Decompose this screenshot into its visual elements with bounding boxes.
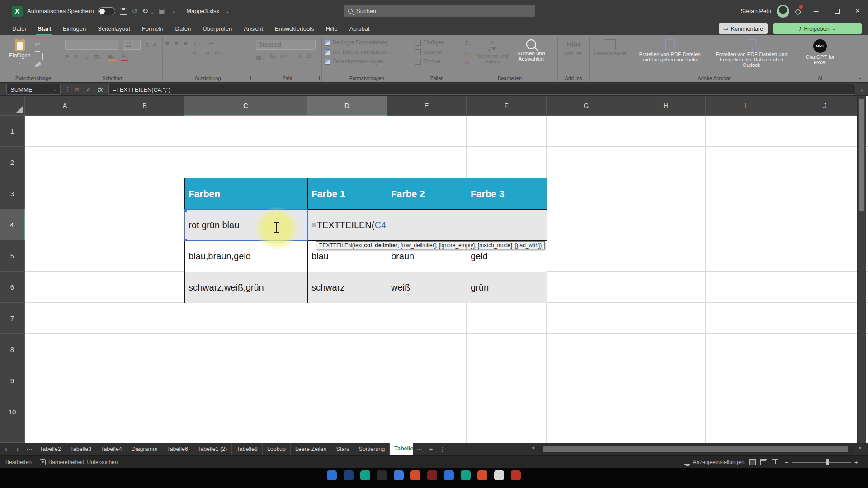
copy-icon[interactable] (35, 51, 40, 57)
orientation-icon[interactable]: ⤺⌄ (193, 40, 203, 47)
taskbar-app-icon-9[interactable] (461, 470, 471, 480)
zoom-in-icon[interactable]: + (854, 459, 858, 466)
sort-filter-button[interactable]: AZ Sortieren und Filtern (475, 38, 510, 74)
taskbar-app-icon-2[interactable] (344, 470, 354, 480)
share-button[interactable]: ⤴ Freigeben ⌄ (773, 23, 862, 34)
row-header-3[interactable]: 3 (0, 178, 25, 209)
table-cell-F4[interactable] (467, 209, 547, 241)
confirm-entry-icon[interactable]: ✓ (83, 84, 94, 95)
column-header-G[interactable]: G (547, 96, 626, 116)
merge-center-icon[interactable]: ⊞⌄ (215, 50, 223, 56)
column-header-A[interactable]: A (25, 96, 105, 116)
zoom-slider-knob[interactable] (826, 459, 829, 465)
taskbar-app-icon-8[interactable] (444, 470, 454, 480)
minimize-button[interactable]: ─ (806, 0, 826, 22)
close-button[interactable]: × (847, 0, 868, 22)
ribbon-tab-einfügen[interactable]: Einfügen (57, 22, 92, 35)
display-settings[interactable]: Anzeigeeinstellungen (693, 459, 745, 465)
ribbon-tab-hilfe[interactable]: Hilfe (320, 22, 344, 35)
pdf-share-outlook-button[interactable]: Erstellen von PDF-Dateien und Freigeben … (709, 38, 794, 74)
format-as-table-button[interactable]: Als Tabelle formatieren⌄ (325, 49, 409, 55)
taskbar-app-icon-7[interactable] (427, 470, 437, 480)
horizontal-scrollbar[interactable] (538, 445, 854, 454)
avatar[interactable] (777, 5, 789, 18)
comments-button[interactable]: ▭ Kommentare (719, 23, 768, 34)
bold-button[interactable]: F (65, 53, 69, 61)
table-cell-C4[interactable]: rot grün blau (184, 209, 308, 241)
cut-icon[interactable]: ✂ (35, 41, 41, 48)
paste-button[interactable]: Einfügen ⌄ (7, 38, 32, 74)
decrease-decimal-icon[interactable]: ,00→ (306, 54, 316, 59)
vertical-scrollbar-thumb[interactable] (859, 99, 864, 211)
ribbon-tab-datei[interactable]: Datei (6, 22, 32, 35)
number-launcher-icon[interactable] (316, 76, 320, 80)
sheet-tab-active[interactable]: Tabelle (390, 443, 413, 455)
ribbon-tab-daten[interactable]: Daten (170, 22, 197, 35)
grow-font-icon[interactable]: A (145, 41, 149, 49)
sheet-tab-tabelle6[interactable]: Tabelle6 (162, 443, 193, 455)
column-header-B[interactable]: B (105, 96, 184, 116)
worksheet-grid[interactable]: ABCDEFGHIJ12345678910FarbenFarbe 1Farbe … (0, 96, 868, 443)
taskbar-app-icon-6[interactable] (410, 470, 420, 480)
collapse-ribbon-icon[interactable]: ⌄ (858, 74, 863, 80)
taskbar-app-icon-4[interactable] (377, 470, 387, 480)
expand-formula-bar-icon[interactable]: ⌄ (856, 84, 867, 95)
search-input[interactable]: Suchen (344, 5, 535, 17)
wrap-text-icon[interactable]: ↩ (208, 40, 213, 47)
restore-button[interactable] (826, 0, 847, 22)
autosum-icon[interactable]: Σ⌄ (465, 40, 472, 47)
table-header-D3[interactable]: Farbe 1 (307, 178, 387, 210)
name-box[interactable]: SUMME⌄ (6, 84, 61, 95)
accounting-format-icon[interactable]: ▤⌄ (256, 53, 265, 60)
table-cell-D6[interactable]: schwarz (307, 272, 387, 303)
column-header-F[interactable]: F (467, 96, 547, 116)
table-cell-E4[interactable] (387, 209, 467, 241)
excel-app-icon[interactable]: X (12, 6, 23, 17)
sheet-tab-tabelle3[interactable]: Tabelle3 (66, 443, 97, 455)
borders-icon[interactable]: ⊞⌄ (94, 53, 102, 61)
align-bottom-icon[interactable]: ≡ (184, 40, 188, 47)
table-cell-C6[interactable]: schwarz,weiß,grün (184, 272, 308, 303)
user-name[interactable]: Stefan Petri (741, 8, 771, 14)
table-cell-C5[interactable]: blau,braun,geld (184, 240, 308, 272)
font-size-select[interactable]: 11⌄ (123, 40, 141, 50)
ribbon-tab-start[interactable]: Start (32, 22, 57, 35)
sheet-nav-left-icon[interactable]: ‹ (0, 443, 12, 455)
insert-function-icon[interactable]: fx (95, 84, 106, 95)
align-left-icon[interactable]: ≡ (165, 50, 169, 56)
italic-button[interactable]: K (75, 53, 79, 61)
page-layout-view-icon[interactable] (760, 459, 767, 465)
underline-button[interactable]: U (84, 53, 89, 61)
increase-decimal-icon[interactable]: ←,0 (293, 54, 301, 59)
data-analysis-button[interactable]: Datenanalyse (592, 38, 627, 74)
number-format-select[interactable]: Standard⌄ (256, 40, 316, 50)
row-header-5[interactable]: 5 (0, 240, 25, 272)
sheet-tab-tabelle2[interactable]: Tabelle2 (35, 443, 66, 455)
ribbon-tab-acrobat[interactable]: Acrobat (344, 22, 376, 35)
page-break-view-icon[interactable] (772, 459, 778, 465)
taskbar-app-icon-12[interactable] (511, 470, 521, 480)
autosave-toggle[interactable] (98, 7, 115, 15)
conditional-formatting-button[interactable]: Bedingte Formatierung⌄ (325, 39, 409, 46)
table-cell-E6[interactable]: weiß (387, 272, 467, 303)
table-header-E3[interactable]: Farbe 2 (387, 178, 467, 210)
zoom-out-icon[interactable]: − (785, 459, 788, 466)
taskbar-app-icon-3[interactable] (360, 470, 370, 480)
table-header-F3[interactable]: Farbe 3 (467, 178, 547, 210)
hscroll-left-icon[interactable]: ◄ (531, 445, 535, 450)
delete-cells-button[interactable]: Löschen⌄ (415, 49, 459, 55)
redo-icon[interactable]: ↻⌄ (142, 7, 154, 15)
row-header-7[interactable]: 7 (0, 303, 25, 334)
font-launcher-icon[interactable] (156, 76, 160, 80)
align-top-icon[interactable]: ≡ (165, 40, 169, 47)
pdf-share-links-button[interactable]: Erstellen von PDF-Dateien und Freigeben … (634, 38, 706, 74)
format-cells-button[interactable]: Format⌄ (415, 58, 459, 65)
row-header-2[interactable]: 2 (0, 147, 25, 178)
ribbon-tab-überprüfen[interactable]: Überprüfen (197, 22, 238, 35)
normal-view-icon[interactable] (749, 459, 756, 465)
clear-icon[interactable]: ◈⌄ (465, 59, 472, 66)
row-header-8[interactable]: 8 (0, 334, 25, 365)
ribbon-tab-formeln[interactable]: Formeln (136, 22, 170, 35)
sheet-tab-lookup[interactable]: Lookup (263, 443, 291, 455)
row-header-10[interactable]: 10 (0, 396, 25, 427)
